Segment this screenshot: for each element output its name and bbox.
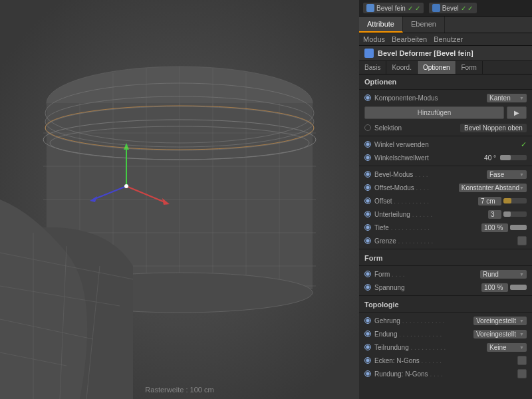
- slider-tiefe[interactable]: 100 %: [481, 223, 527, 232]
- divider-5: [359, 265, 532, 266]
- value-komponenten-modus[interactable]: Kanten: [487, 94, 527, 102]
- layer-bevel-fein[interactable]: Bevel fein ✓ ✓: [363, 3, 424, 13]
- label-unterteilung: Unterteilung . . . . . .: [374, 211, 488, 218]
- radio-spannung[interactable]: [364, 284, 371, 291]
- prop-teilrundung: Teilrundung . . . . . . . . . . Keine: [359, 340, 532, 354]
- radio-offset-modus[interactable]: [364, 184, 371, 191]
- prop-offset-modus: Offset-Modus . . . . Konstanter Abstand: [359, 181, 532, 194]
- label-winkel-verwenden: Winkel verwenden: [374, 141, 518, 148]
- label-grenze: Grenze . . . . . . . . . .: [374, 237, 517, 245]
- radio-form[interactable]: [364, 271, 371, 277]
- section-optionen-title: Optionen: [359, 74, 532, 88]
- toggle-ecken-ngons[interactable]: [517, 356, 527, 365]
- divider-6: [359, 295, 532, 296]
- 3d-viewport[interactable]: Rasterweite : 100 cm: [0, 0, 359, 399]
- divider-1: [359, 89, 532, 90]
- prop-grenze: Grenze . . . . . . . . . .: [359, 234, 532, 247]
- prop-tiefe: Tiefe . . . . . . . . . . . 100 %: [359, 221, 532, 234]
- prop-gehrung: Gehrung . . . . . . . . . . . . Voreinge…: [359, 314, 532, 327]
- radio-gehrung[interactable]: [364, 317, 371, 324]
- menu-modus[interactable]: Modus: [363, 35, 385, 43]
- properties-panel: Bevel fein ✓ ✓ Bevel ✓ ✓ Attribute Ebene…: [359, 0, 532, 399]
- check-winkel-verwenden: ✓: [521, 140, 527, 149]
- object-icon: [364, 49, 374, 58]
- layer-bevel[interactable]: Bevel ✓ ✓: [429, 3, 477, 13]
- sub-tab-koord[interactable]: Koord.: [386, 61, 417, 74]
- value-form[interactable]: Rund: [480, 270, 527, 279]
- prop-winkelschwellwert: Winkelschwellwert 40 °: [359, 151, 532, 164]
- section-form-title: Form: [359, 251, 532, 264]
- tiefe-slider[interactable]: [510, 225, 527, 230]
- radio-rundung-ngons[interactable]: [364, 370, 371, 377]
- layer-bevel-fein-label: Bevel fein: [376, 5, 406, 12]
- layer-icon-2: [432, 4, 440, 12]
- label-gehrung: Gehrung . . . . . . . . . . . .: [374, 317, 473, 325]
- label-spannung: Spannung: [374, 284, 481, 291]
- radio-selektion[interactable]: [364, 124, 371, 131]
- radio-bevel-modus[interactable]: [364, 171, 371, 178]
- layer-icon: [366, 4, 374, 12]
- value-endung[interactable]: Voreingestellt: [473, 330, 527, 338]
- divider-4: [359, 249, 532, 249]
- prop-endung: Endung . . . . . . . . . . . . Voreinges…: [359, 327, 532, 340]
- label-selektion: Selektion: [374, 124, 460, 132]
- sub-tab-form[interactable]: Form: [456, 61, 483, 74]
- label-offset-modus: Offset-Modus . . . .: [374, 184, 459, 192]
- prop-bevel-modus: Bevel-Modus . . . . Fase: [359, 168, 532, 181]
- prop-selektion: Selektion Bevel Noppen oben: [359, 121, 532, 134]
- radio-offset[interactable]: [364, 198, 371, 204]
- prop-spannung: Spannung 100 %: [359, 281, 532, 294]
- label-tiefe: Tiefe . . . . . . . . . . .: [374, 224, 481, 231]
- prop-ecken-ngons: Ecken: N-Gons . . . . . .: [359, 354, 532, 367]
- main-tabs: Attribute Ebenen: [359, 17, 532, 33]
- label-teilrundung: Teilrundung . . . . . . . . . .: [374, 344, 487, 351]
- layer-bevel-label: Bevel: [442, 5, 459, 12]
- slider-spannung[interactable]: 100 %: [481, 283, 527, 292]
- unterteilung-slider[interactable]: [503, 211, 527, 217]
- slider-unterteilung[interactable]: 3: [488, 210, 527, 219]
- slider-offset[interactable]: 7 cm: [478, 197, 527, 205]
- tab-attribute[interactable]: Attribute: [359, 17, 403, 33]
- prop-winkel-verwenden: Winkel verwenden ✓: [359, 138, 532, 151]
- offset-slider[interactable]: [503, 198, 527, 203]
- prop-komponenten-modus: Komponenten-Modus Kanten: [359, 91, 532, 104]
- value-offset-modus[interactable]: Konstanter Abstand: [459, 184, 527, 192]
- radio-winkelschwellwert[interactable]: [364, 154, 371, 161]
- object-title: Bevel Deformer [Bevel fein]: [378, 49, 473, 57]
- divider-7: [359, 312, 532, 313]
- toggle-rundung-ngons[interactable]: [517, 369, 527, 378]
- value-bevel-modus[interactable]: Fase: [487, 170, 527, 179]
- raster-label: Rasterweite : 100 cm: [145, 386, 213, 394]
- btn-hinzufuegen-extra[interactable]: ▶: [507, 106, 527, 119]
- radio-ecken-ngons[interactable]: [364, 357, 371, 364]
- spannung-slider[interactable]: [510, 285, 527, 290]
- radio-komponenten-modus[interactable]: [364, 94, 371, 101]
- btn-hinzufuegen-row: Hinzufügen ▶: [359, 104, 532, 121]
- radio-grenze[interactable]: [364, 237, 371, 244]
- value-gehrung[interactable]: Voreingestellt: [473, 317, 527, 325]
- radio-teilrundung[interactable]: [364, 344, 371, 350]
- menu-benutzer[interactable]: Benutzer: [434, 35, 463, 43]
- label-endung: Endung . . . . . . . . . . . .: [374, 331, 473, 338]
- btn-hinzufuegen[interactable]: Hinzufügen: [364, 106, 504, 119]
- winkelschwellwert-slider[interactable]: [500, 155, 527, 160]
- menu-bar: Modus Bearbeiten Benutzer: [359, 33, 532, 46]
- prop-rundung-ngons: Rundung: N-Gons . . . .: [359, 367, 532, 380]
- prop-offset: Offset . . . . . . . . . . 7 cm: [359, 194, 532, 207]
- sub-tab-basis[interactable]: Basis: [359, 61, 386, 74]
- radio-unterteilung[interactable]: [364, 211, 371, 217]
- value-teilrundung[interactable]: Keine: [487, 343, 527, 352]
- tab-ebenen[interactable]: Ebenen: [403, 17, 445, 33]
- slider-winkelschwellwert[interactable]: 40 °: [484, 154, 527, 162]
- label-bevel-modus: Bevel-Modus . . . .: [374, 171, 487, 178]
- label-ecken-ngons: Ecken: N-Gons . . . . . .: [374, 357, 517, 364]
- radio-winkel-verwenden[interactable]: [364, 141, 371, 148]
- radio-tiefe[interactable]: [364, 224, 371, 231]
- sub-tab-optionen[interactable]: Optionen: [418, 61, 456, 74]
- label-offset: Offset . . . . . . . . . .: [374, 198, 478, 205]
- toggle-grenze[interactable]: [517, 236, 527, 245]
- label-komponenten-modus: Komponenten-Modus: [374, 94, 487, 102]
- radio-endung[interactable]: [364, 331, 371, 337]
- menu-bearbeiten[interactable]: Bearbeiten: [392, 35, 427, 43]
- layer-bevel-fein-check: ✓ ✓: [408, 5, 420, 12]
